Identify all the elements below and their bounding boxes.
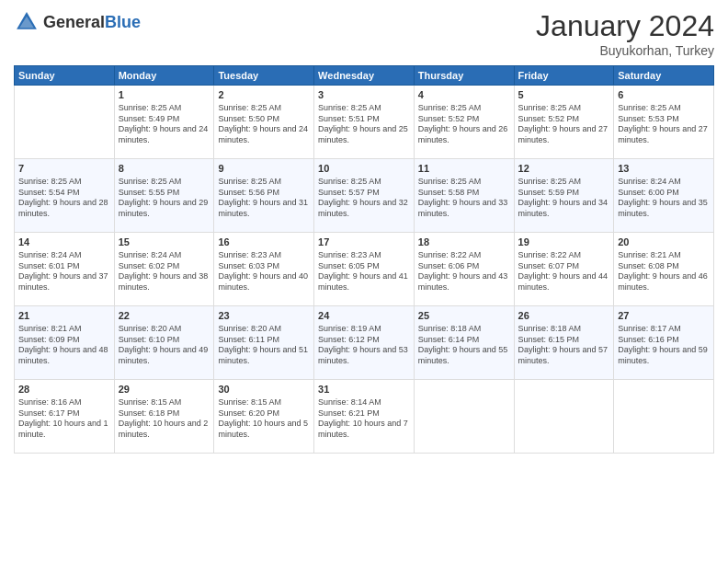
calendar-cell: 2Sunrise: 8:25 AMSunset: 5:50 PMDaylight… bbox=[214, 86, 314, 159]
cell-info: Sunrise: 8:24 AMSunset: 6:02 PMDaylight:… bbox=[119, 250, 210, 293]
week-row-5: 28Sunrise: 8:16 AMSunset: 6:17 PMDayligh… bbox=[15, 380, 714, 454]
calendar-cell: 18Sunrise: 8:22 AMSunset: 6:06 PMDayligh… bbox=[414, 233, 514, 306]
logo-text-blue: Blue bbox=[105, 13, 141, 31]
calendar-cell: 25Sunrise: 8:18 AMSunset: 6:14 PMDayligh… bbox=[414, 306, 514, 380]
cell-info: Sunrise: 8:25 AMSunset: 5:51 PMDaylight:… bbox=[318, 103, 410, 146]
cell-info: Sunrise: 8:24 AMSunset: 6:01 PMDaylight:… bbox=[18, 250, 110, 293]
cell-info: Sunrise: 8:25 AMSunset: 5:56 PMDaylight:… bbox=[218, 177, 310, 220]
day-number: 2 bbox=[218, 88, 310, 102]
calendar-cell: 26Sunrise: 8:18 AMSunset: 6:15 PMDayligh… bbox=[514, 306, 614, 380]
cell-info: Sunrise: 8:21 AMSunset: 6:08 PMDaylight:… bbox=[618, 250, 710, 293]
header-row: SundayMondayTuesdayWednesdayThursdayFrid… bbox=[15, 66, 714, 86]
cell-info: Sunrise: 8:25 AMSunset: 5:59 PMDaylight:… bbox=[518, 177, 610, 220]
logo-text-general: General bbox=[43, 13, 105, 31]
day-number: 6 bbox=[618, 88, 710, 102]
calendar-cell bbox=[514, 380, 614, 454]
calendar-cell: 21Sunrise: 8:21 AMSunset: 6:09 PMDayligh… bbox=[15, 306, 115, 380]
calendar-cell: 23Sunrise: 8:20 AMSunset: 6:11 PMDayligh… bbox=[214, 306, 314, 380]
day-number: 21 bbox=[18, 309, 110, 323]
day-number: 7 bbox=[18, 162, 110, 176]
day-number: 3 bbox=[318, 88, 410, 102]
title-block: January 2024 Buyukorhan, Turkey bbox=[536, 9, 714, 58]
cell-info: Sunrise: 8:25 AMSunset: 5:50 PMDaylight:… bbox=[218, 103, 310, 146]
calendar-cell: 8Sunrise: 8:25 AMSunset: 5:55 PMDaylight… bbox=[114, 159, 214, 233]
day-header-tuesday: Tuesday bbox=[214, 66, 314, 86]
day-number: 31 bbox=[318, 383, 410, 396]
day-number: 9 bbox=[218, 162, 310, 176]
cell-info: Sunrise: 8:15 AMSunset: 6:18 PMDaylight:… bbox=[119, 397, 210, 441]
calendar-table: SundayMondayTuesdayWednesdayThursdayFrid… bbox=[14, 65, 714, 454]
day-number: 15 bbox=[119, 236, 210, 249]
cell-info: Sunrise: 8:25 AMSunset: 5:52 PMDaylight:… bbox=[418, 103, 510, 146]
calendar-cell bbox=[614, 380, 714, 454]
cell-info: Sunrise: 8:25 AMSunset: 5:52 PMDaylight:… bbox=[518, 103, 610, 146]
day-number: 17 bbox=[318, 236, 410, 249]
week-row-3: 14Sunrise: 8:24 AMSunset: 6:01 PMDayligh… bbox=[15, 233, 714, 306]
cell-info: Sunrise: 8:25 AMSunset: 5:57 PMDaylight:… bbox=[318, 177, 410, 220]
calendar-cell: 9Sunrise: 8:25 AMSunset: 5:56 PMDaylight… bbox=[214, 159, 314, 233]
calendar-cell: 10Sunrise: 8:25 AMSunset: 5:57 PMDayligh… bbox=[314, 159, 415, 233]
cell-info: Sunrise: 8:19 AMSunset: 6:12 PMDaylight:… bbox=[318, 324, 410, 367]
week-row-1: 1Sunrise: 8:25 AMSunset: 5:49 PMDaylight… bbox=[15, 86, 714, 159]
cell-info: Sunrise: 8:23 AMSunset: 6:03 PMDaylight:… bbox=[218, 250, 310, 293]
calendar-cell: 24Sunrise: 8:19 AMSunset: 6:12 PMDayligh… bbox=[314, 306, 415, 380]
day-number: 5 bbox=[518, 88, 610, 102]
calendar-cell bbox=[414, 380, 514, 454]
cell-info: Sunrise: 8:25 AMSunset: 5:54 PMDaylight:… bbox=[18, 177, 110, 220]
day-number: 30 bbox=[218, 383, 310, 396]
day-number: 11 bbox=[418, 162, 510, 176]
calendar-cell: 15Sunrise: 8:24 AMSunset: 6:02 PMDayligh… bbox=[114, 233, 214, 306]
cell-info: Sunrise: 8:23 AMSunset: 6:05 PMDaylight:… bbox=[318, 250, 410, 293]
day-number: 24 bbox=[318, 309, 410, 323]
week-row-4: 21Sunrise: 8:21 AMSunset: 6:09 PMDayligh… bbox=[15, 306, 714, 380]
day-number: 8 bbox=[119, 162, 210, 176]
cell-info: Sunrise: 8:16 AMSunset: 6:17 PMDaylight:… bbox=[18, 397, 110, 441]
day-header-friday: Friday bbox=[514, 66, 614, 86]
page-header: GeneralBlue January 2024 Buyukorhan, Tur… bbox=[14, 9, 714, 58]
calendar-cell: 29Sunrise: 8:15 AMSunset: 6:18 PMDayligh… bbox=[114, 380, 214, 454]
calendar-cell: 12Sunrise: 8:25 AMSunset: 5:59 PMDayligh… bbox=[514, 159, 614, 233]
calendar-cell: 27Sunrise: 8:17 AMSunset: 6:16 PMDayligh… bbox=[614, 306, 714, 380]
day-number: 10 bbox=[318, 162, 410, 176]
day-number: 28 bbox=[18, 383, 110, 396]
calendar-cell: 17Sunrise: 8:23 AMSunset: 6:05 PMDayligh… bbox=[314, 233, 415, 306]
calendar-cell: 4Sunrise: 8:25 AMSunset: 5:52 PMDaylight… bbox=[414, 86, 514, 159]
day-header-wednesday: Wednesday bbox=[314, 66, 415, 86]
calendar-cell: 1Sunrise: 8:25 AMSunset: 5:49 PMDaylight… bbox=[114, 86, 214, 159]
day-number: 20 bbox=[618, 236, 710, 249]
cell-info: Sunrise: 8:25 AMSunset: 5:58 PMDaylight:… bbox=[418, 177, 510, 220]
day-number: 22 bbox=[119, 309, 210, 323]
day-number: 4 bbox=[418, 88, 510, 102]
calendar-cell: 19Sunrise: 8:22 AMSunset: 6:07 PMDayligh… bbox=[514, 233, 614, 306]
day-header-monday: Monday bbox=[114, 66, 214, 86]
calendar-cell: 11Sunrise: 8:25 AMSunset: 5:58 PMDayligh… bbox=[414, 159, 514, 233]
cell-info: Sunrise: 8:24 AMSunset: 6:00 PMDaylight:… bbox=[618, 177, 710, 220]
cell-info: Sunrise: 8:15 AMSunset: 6:20 PMDaylight:… bbox=[218, 397, 310, 441]
day-number: 19 bbox=[518, 236, 610, 249]
calendar-cell: 28Sunrise: 8:16 AMSunset: 6:17 PMDayligh… bbox=[15, 380, 115, 454]
cell-info: Sunrise: 8:22 AMSunset: 6:06 PMDaylight:… bbox=[418, 250, 510, 293]
calendar-cell: 31Sunrise: 8:14 AMSunset: 6:21 PMDayligh… bbox=[314, 380, 415, 454]
day-header-sunday: Sunday bbox=[15, 66, 115, 86]
day-number: 16 bbox=[218, 236, 310, 249]
cell-info: Sunrise: 8:21 AMSunset: 6:09 PMDaylight:… bbox=[18, 324, 110, 367]
calendar-cell: 5Sunrise: 8:25 AMSunset: 5:52 PMDaylight… bbox=[514, 86, 614, 159]
calendar-cell: 3Sunrise: 8:25 AMSunset: 5:51 PMDaylight… bbox=[314, 86, 415, 159]
day-header-thursday: Thursday bbox=[414, 66, 514, 86]
cell-info: Sunrise: 8:20 AMSunset: 6:11 PMDaylight:… bbox=[218, 324, 310, 367]
day-number: 25 bbox=[418, 309, 510, 323]
cell-info: Sunrise: 8:22 AMSunset: 6:07 PMDaylight:… bbox=[518, 250, 610, 293]
calendar-cell: 7Sunrise: 8:25 AMSunset: 5:54 PMDaylight… bbox=[15, 159, 115, 233]
calendar-cell: 13Sunrise: 8:24 AMSunset: 6:00 PMDayligh… bbox=[614, 159, 714, 233]
cell-info: Sunrise: 8:25 AMSunset: 5:53 PMDaylight:… bbox=[618, 103, 710, 146]
calendar-cell: 14Sunrise: 8:24 AMSunset: 6:01 PMDayligh… bbox=[15, 233, 115, 306]
day-number: 23 bbox=[218, 309, 310, 323]
month-title: January 2024 bbox=[536, 9, 714, 43]
cell-info: Sunrise: 8:18 AMSunset: 6:15 PMDaylight:… bbox=[518, 324, 610, 367]
week-row-2: 7Sunrise: 8:25 AMSunset: 5:54 PMDaylight… bbox=[15, 159, 714, 233]
logo-icon bbox=[14, 9, 40, 35]
calendar-page: GeneralBlue January 2024 Buyukorhan, Tur… bbox=[0, 0, 728, 563]
day-number: 13 bbox=[618, 162, 710, 176]
location-title: Buyukorhan, Turkey bbox=[536, 43, 714, 58]
day-number: 26 bbox=[518, 309, 610, 323]
